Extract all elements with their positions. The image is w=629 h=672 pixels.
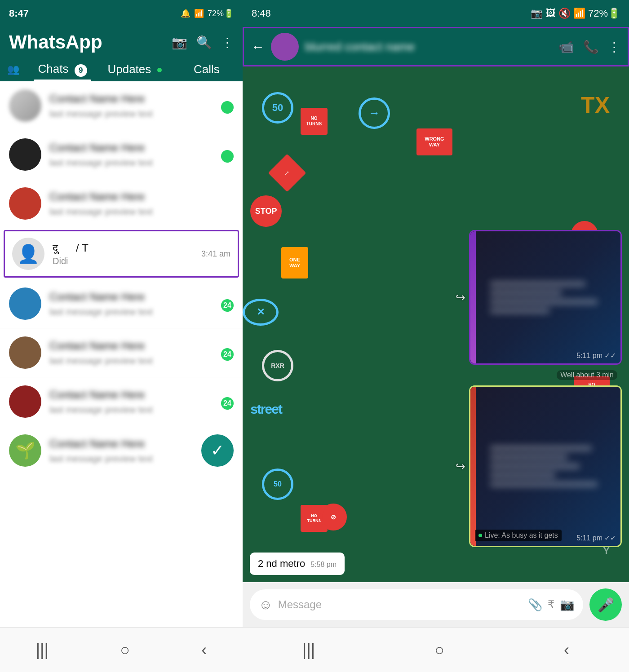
- time-left: 8:47: [9, 8, 29, 19]
- nav-recents-icon-right[interactable]: |||: [298, 636, 319, 664]
- media-inner-2: [470, 387, 620, 546]
- chat-item-4[interactable]: 👤 दु / T Didi 3:41 am: [4, 230, 239, 278]
- blurred-line-5: [490, 446, 592, 451]
- contact-info: blurred contact name: [305, 40, 552, 54]
- nav-home-icon[interactable]: ○: [115, 636, 134, 664]
- video-call-icon[interactable]: 📹: [558, 40, 574, 54]
- time-label-group: Well about 3 min: [250, 370, 622, 380]
- chat-name-4: दु / T: [53, 242, 197, 254]
- chat-name-8: Contact Name Here: [49, 438, 145, 450]
- back-button[interactable]: ←: [251, 39, 265, 54]
- nav-home-icon-right[interactable]: ○: [430, 636, 449, 664]
- teal-badge-8: ✓: [201, 434, 234, 467]
- chat-preview-1: last message preview text: [49, 109, 217, 119]
- voice-call-icon[interactable]: 📞: [583, 40, 599, 54]
- status-icons-left: 🔔 📶 72%🔋: [181, 9, 234, 18]
- camera-input-icon[interactable]: 📷: [560, 598, 574, 612]
- battery-icon-right: 72%🔋: [588, 8, 620, 19]
- app-title: WhatsApp: [9, 31, 102, 53]
- chat-content-3: Contact Name Here last message preview t…: [49, 190, 229, 217]
- nav-recents-icon[interactable]: |||: [31, 636, 53, 664]
- tab-updates[interactable]: Updates: [98, 58, 170, 81]
- chat-name-blurred-4: [58, 242, 73, 254]
- chat-name-7: Contact Name Here: [49, 389, 145, 401]
- avatar-5: [9, 287, 41, 320]
- status-bar-right: 8:48 📷 🖼 🔇 📶 72%🔋: [243, 0, 629, 27]
- chat-name-3: Contact Name Here: [49, 190, 145, 203]
- forward-arrow-1: ↪: [456, 291, 465, 305]
- attach-icon[interactable]: 📎: [528, 598, 542, 612]
- chat-list: Contact Name Here last message preview t…: [0, 81, 243, 627]
- chat-item-5[interactable]: Contact Name Here last message preview t…: [0, 279, 243, 328]
- right-panel: 8:48 📷 🖼 🔇 📶 72%🔋 ← blurred contact name…: [243, 0, 629, 672]
- chat-item-6[interactable]: Contact Name Here last message preview t…: [0, 328, 243, 377]
- chat-content-8: Contact Name Here last message preview t…: [49, 438, 197, 464]
- plant-icon: 🌱: [15, 441, 35, 460]
- rupee-icon[interactable]: ₹: [548, 598, 554, 611]
- chat-preview-7: last message preview text: [49, 405, 217, 415]
- blurred-line-7: [490, 464, 580, 469]
- msg-time-1: 5:11 pm ✓✓: [576, 351, 616, 360]
- camera-icon[interactable]: 📷: [172, 35, 187, 50]
- chat-content-5: Contact Name Here last message preview t…: [49, 291, 217, 317]
- chat-item-3[interactable]: Contact Name Here last message preview t…: [0, 179, 243, 228]
- chat-preview-4: Didi: [53, 256, 197, 266]
- wifi-icon-left: 📶: [194, 9, 204, 18]
- purple-bar: [470, 231, 476, 363]
- text-time: 5:58 pm: [310, 561, 337, 569]
- chat-preview-2: last message preview text: [49, 158, 217, 168]
- live-dot: [478, 534, 482, 537]
- tabs-bar: 👥 Chats 9 Updates Calls: [0, 53, 243, 81]
- nav-back-icon-right[interactable]: ‹: [559, 636, 574, 664]
- message-group-3: 2 nd metro 5:58 pm: [250, 553, 622, 575]
- chat-time-4: 3:41 am: [201, 249, 230, 259]
- nav-back-icon[interactable]: ‹: [197, 636, 211, 664]
- mic-button[interactable]: 🎤: [589, 588, 622, 621]
- chat-name-6: Contact Name Here: [49, 340, 145, 352]
- avatar-1: [9, 89, 41, 122]
- msg-time-2: 5:11 pm ✓✓: [576, 534, 616, 542]
- emoji-icon[interactable]: ☺: [259, 597, 273, 612]
- status-bar-left: 8:47 🔔 📶 72%🔋: [0, 0, 243, 27]
- status-icons-right: 📷 🖼 🔇 📶 72%🔋: [531, 8, 620, 19]
- media-message-2: ↪: [456, 385, 622, 547]
- contact-name: blurred contact name: [305, 40, 552, 54]
- menu-icon[interactable]: ⋮: [221, 35, 234, 50]
- tab-calls[interactable]: Calls: [171, 58, 243, 81]
- media-card-1: 5:11 pm ✓✓: [469, 230, 622, 365]
- time-text-1: 5:11 pm: [576, 352, 602, 360]
- avatar-4: 👤: [12, 238, 44, 270]
- blurred-line-4: [490, 308, 550, 314]
- blurred-line-2: [490, 290, 562, 296]
- chat-badge-1: [221, 101, 234, 114]
- media-card-2: Live: As busy as it gets 5:11 pm ✓✓: [469, 385, 622, 547]
- search-icon[interactable]: 🔍: [196, 35, 212, 50]
- chat-item-7[interactable]: Contact Name Here last message preview t…: [0, 377, 243, 426]
- forward-arrow-2: ↪: [456, 460, 465, 473]
- chat-preview-6: last message preview text: [49, 356, 217, 366]
- chat-meta-8: ✓: [201, 434, 234, 467]
- community-tab[interactable]: 👥: [0, 59, 27, 80]
- chat-meta-1: [221, 97, 234, 114]
- text-message-1: 2 nd metro 5:58 pm: [250, 553, 345, 575]
- chat-name-2: Contact Name Here: [49, 141, 145, 154]
- header-icons: 📷 🔍 ⋮: [172, 35, 234, 50]
- chat-item-2[interactable]: Contact Name Here last message preview t…: [0, 130, 243, 179]
- updates-dot: [157, 68, 162, 72]
- red-bar: [470, 387, 476, 546]
- chat-menu-icon[interactable]: ⋮: [608, 40, 620, 54]
- chat-item-1[interactable]: Contact Name Here last message preview t…: [0, 81, 243, 130]
- blurred-line-6: [490, 455, 568, 460]
- chat-messages: ↪ 5:11 pm: [243, 66, 629, 582]
- gallery-icon-right: 🖼: [546, 8, 556, 19]
- chat-content-7: Contact Name Here last message preview t…: [49, 389, 217, 415]
- person-icon-4: 👤: [17, 243, 40, 265]
- message-placeholder[interactable]: Message: [278, 598, 523, 611]
- chat-content-2: Contact Name Here last message preview t…: [49, 141, 217, 168]
- text-content: 2 nd metro: [258, 558, 305, 570]
- input-box: ☺ Message 📎 ₹ 📷: [250, 589, 583, 620]
- tab-chats[interactable]: Chats 9: [27, 57, 98, 81]
- chat-preview-3: last message preview text: [49, 207, 229, 217]
- chat-item-8[interactable]: 🌱 Contact Name Here last message preview…: [0, 426, 243, 475]
- signal-icon-right: 📶: [573, 8, 585, 19]
